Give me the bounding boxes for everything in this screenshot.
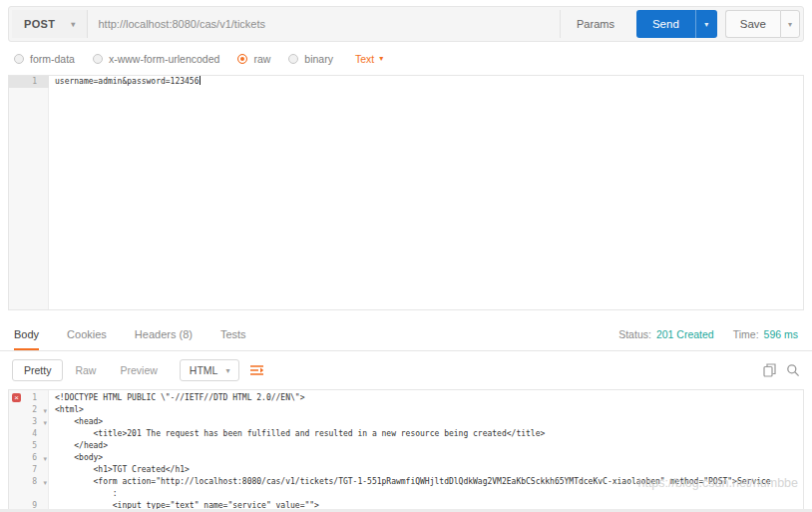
radio-icon: [93, 54, 103, 64]
code-text: <html>: [49, 404, 803, 416]
send-options-button[interactable]: ▾: [695, 10, 717, 38]
chevron-down-icon: ▾: [788, 20, 792, 29]
line-number: 5: [9, 440, 49, 452]
response-header: Body Cookies Headers (8) Tests Status: 2…: [0, 318, 812, 351]
code-text: </head>: [49, 440, 803, 452]
raw-type-label: Text: [355, 53, 374, 65]
response-meta: Status: 201 Created Time: 596 ms: [618, 318, 798, 350]
tab-tests[interactable]: Tests: [220, 318, 246, 350]
radio-form-data[interactable]: form-data: [14, 53, 75, 65]
body-type-selector: form-data x-www-form-urlencoded raw bina…: [0, 42, 812, 75]
radio-icon: [14, 54, 24, 64]
params-button[interactable]: Params: [560, 10, 630, 38]
code-text: <form action="http://localhost:8080/cas/…: [49, 476, 803, 500]
response-code-line: 5 </head>: [9, 440, 803, 452]
radio-label: binary: [304, 53, 333, 65]
save-button-group: Save ▾: [725, 10, 800, 38]
error-icon: ×: [12, 393, 21, 402]
chevron-down-icon: ▾: [225, 366, 229, 375]
language-label: HTML: [190, 364, 218, 376]
radio-label: raw: [253, 53, 270, 65]
radio-binary[interactable]: binary: [288, 53, 333, 65]
code-text: <title>201 The request has been fulfille…: [49, 428, 803, 440]
view-raw-button[interactable]: Raw: [63, 359, 108, 381]
response-body-editor[interactable]: × 1 <!DOCTYPE HTML PUBLIC \"-//IETF//DTD…: [8, 389, 804, 512]
line-number: 3 ▾: [9, 416, 49, 428]
view-pretty-button[interactable]: Pretty: [12, 359, 63, 381]
line-number: 6 ▾: [9, 452, 49, 464]
line-number: 4: [9, 428, 49, 440]
url-input[interactable]: [88, 10, 560, 38]
request-body-code: username=admin&password=123456: [49, 76, 803, 88]
radio-icon: [288, 54, 298, 64]
radio-raw[interactable]: raw: [237, 53, 270, 65]
method-label: POST: [24, 18, 55, 30]
chevron-down-icon: ▾: [71, 20, 75, 29]
status-label: Status:: [618, 328, 651, 340]
code-text: <body>: [49, 452, 803, 464]
editor-gutter: [9, 76, 49, 309]
view-mode-segment: Pretty Raw Preview: [12, 359, 170, 381]
method-select[interactable]: POST ▾: [12, 10, 88, 38]
language-select[interactable]: HTML ▾: [180, 359, 240, 381]
response-code-line: 6 ▾ <body>: [9, 452, 803, 464]
response-code-line: 2 ▾ <html>: [9, 404, 803, 416]
response-code-line: 7 <h1>TGT Created</h1>: [9, 464, 803, 476]
chevron-down-icon: ▾: [379, 54, 383, 63]
radio-label: x-www-form-urlencoded: [109, 53, 219, 65]
send-button[interactable]: Send: [636, 10, 695, 38]
response-tabs: Body Cookies Headers (8) Tests: [14, 318, 246, 350]
response-code-line: 4 <title>201 The request has been fulfil…: [9, 428, 803, 440]
tab-cookies[interactable]: Cookies: [67, 318, 107, 350]
line-number: 1: [9, 76, 49, 88]
response-code-line: 3 ▾ <head>: [9, 416, 803, 428]
chevron-down-icon: ▾: [704, 20, 708, 29]
time-value: 596 ms: [764, 328, 798, 340]
line-number: 2 ▾: [9, 404, 49, 416]
fold-arrow-icon[interactable]: ▾: [43, 477, 47, 489]
raw-type-select[interactable]: Text ▾: [355, 53, 383, 65]
time-label: Time:: [733, 328, 759, 340]
status-value: 201 Created: [656, 328, 714, 340]
response-code-line: 8 ▾ <form action="http://localhost:8080/…: [9, 476, 803, 500]
request-body-editor[interactable]: 1 username=admin&password=123456: [8, 75, 804, 310]
radio-label: form-data: [30, 53, 75, 65]
view-preview-button[interactable]: Preview: [108, 359, 169, 381]
radio-selected-icon: [237, 54, 247, 64]
code-text: <h1>TGT Created</h1>: [49, 464, 803, 476]
code-text: <head>: [49, 416, 803, 428]
line-number: 7: [9, 464, 49, 476]
save-button[interactable]: Save: [725, 10, 780, 38]
postman-request-page: POST ▾ Params Send ▾ Save ▾ form-data x-…: [0, 0, 812, 512]
code-text: <!DOCTYPE HTML PUBLIC \"-//IETF//DTD HTM…: [49, 392, 803, 404]
request-url-bar: POST ▾ Params Send ▾ Save ▾: [8, 6, 804, 42]
response-toolbar: Pretty Raw Preview HTML ▾: [0, 351, 812, 389]
copy-icon[interactable]: [763, 363, 776, 377]
tab-headers[interactable]: Headers (8): [135, 318, 193, 350]
radio-x-www-form-urlencoded[interactable]: x-www-form-urlencoded: [93, 53, 219, 65]
beautify-icon[interactable]: [249, 364, 264, 376]
text-cursor: [200, 76, 201, 85]
request-code-line: 1 username=admin&password=123456: [9, 76, 803, 88]
search-icon[interactable]: [786, 363, 800, 377]
line-number: × 1: [9, 392, 49, 404]
save-options-button[interactable]: ▾: [780, 10, 800, 38]
tab-body[interactable]: Body: [14, 318, 39, 350]
line-number: 8 ▾: [9, 476, 49, 500]
response-code-line: × 1 <!DOCTYPE HTML PUBLIC \"-//IETF//DTD…: [9, 392, 803, 404]
send-button-group: Send ▾: [636, 10, 717, 38]
